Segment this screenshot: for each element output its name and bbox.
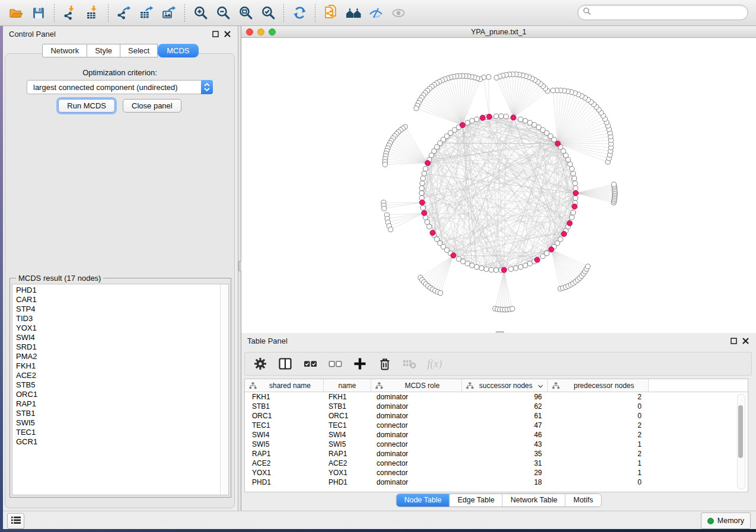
column-layout-icon[interactable] [277, 355, 294, 372]
save-session-icon[interactable] [27, 2, 50, 24]
zoom-out-icon[interactable] [212, 2, 234, 24]
ring-node[interactable] [566, 158, 570, 162]
ring-node[interactable] [420, 206, 425, 210]
ring-node[interactable] [419, 191, 424, 196]
tab-node-table[interactable]: Node Table [397, 494, 450, 507]
ring-node[interactable] [569, 166, 574, 171]
tab-motifs[interactable]: Motifs [566, 494, 601, 507]
ring-node[interactable] [569, 215, 574, 220]
mcds-hub-node[interactable] [511, 115, 516, 120]
leaf-node[interactable] [382, 206, 387, 211]
ring-node[interactable] [544, 251, 549, 256]
mcds-hub-node[interactable] [572, 204, 578, 209]
zoom-selected-icon[interactable] [257, 2, 279, 24]
leaf-node[interactable] [438, 290, 443, 295]
ring-node[interactable] [509, 267, 513, 271]
leaf-node[interactable] [414, 106, 419, 111]
ring-node[interactable] [571, 210, 576, 215]
mcds-result-node[interactable]: GCR1 [12, 437, 228, 447]
mcds-hub-node[interactable] [480, 115, 486, 120]
ring-node[interactable] [494, 114, 499, 118]
result-scrollbar[interactable] [220, 284, 228, 495]
mcds-result-node[interactable]: STB1 [12, 409, 228, 418]
mcds-result-node[interactable]: CAR1 [12, 295, 228, 305]
close-table-panel-icon[interactable] [742, 338, 749, 344]
mcds-result-node[interactable]: SWI4 [12, 333, 228, 342]
mcds-hub-node[interactable] [430, 230, 435, 236]
export-image-icon[interactable] [158, 2, 180, 24]
ring-node[interactable] [419, 186, 424, 191]
tab-select[interactable]: Select [120, 44, 158, 57]
mcds-result-node[interactable]: SWI5 [12, 418, 228, 428]
mcds-hub-node[interactable] [487, 114, 492, 120]
refresh-icon[interactable] [288, 2, 311, 24]
ring-node[interactable] [528, 261, 532, 266]
select-all-rows-icon[interactable] [302, 355, 318, 372]
network-window-titlebar[interactable]: YPA_prune.txt_1 [241, 26, 756, 38]
table-scrollbar[interactable] [737, 394, 745, 489]
ring-node[interactable] [567, 162, 572, 166]
mcds-hub-node[interactable] [555, 141, 560, 146]
mcds-hub-node[interactable] [460, 123, 465, 128]
table-row[interactable]: SWI4SWI4dominator462 [245, 430, 748, 440]
ring-node[interactable] [420, 176, 425, 181]
mcds-result-node[interactable]: ACE2 [12, 371, 228, 380]
import-table-icon[interactable] [81, 2, 104, 24]
column-header-MCDS-role[interactable]: MCDS role [371, 379, 462, 392]
open-file-icon[interactable] [5, 2, 27, 24]
mcds-result-node[interactable]: PHD1 [12, 286, 228, 295]
mcds-hub-node[interactable] [548, 247, 554, 252]
ring-node[interactable] [461, 259, 465, 264]
search-box[interactable] [578, 5, 748, 20]
ring-node[interactable] [422, 171, 426, 176]
mcds-result-node[interactable]: SRD1 [12, 342, 228, 352]
ring-node[interactable] [465, 120, 470, 125]
ring-node[interactable] [513, 266, 518, 271]
tab-style[interactable]: Style [87, 44, 120, 57]
ring-node[interactable] [470, 118, 474, 123]
ring-node[interactable] [571, 171, 576, 176]
tab-mcds[interactable]: MCDS [158, 44, 198, 57]
ring-node[interactable] [489, 267, 493, 272]
leaf-node[interactable] [510, 306, 515, 311]
import-network-icon[interactable] [59, 2, 81, 24]
ring-node[interactable] [532, 123, 537, 127]
hide-eye-icon[interactable] [365, 2, 387, 24]
delete-icon[interactable] [377, 355, 393, 372]
mcds-result-node[interactable]: RAP1 [12, 399, 228, 409]
ring-node[interactable] [427, 224, 432, 229]
ring-node[interactable] [494, 268, 499, 273]
leaf-node[interactable] [585, 264, 590, 269]
table-row[interactable]: YOX1YOX1connector291 [245, 468, 748, 477]
table-scrollbar-thumb[interactable] [738, 405, 743, 458]
ring-node[interactable] [523, 118, 528, 123]
column-header-successor-nodes[interactable]: successor nodes [462, 379, 548, 392]
close-panel-button[interactable]: Close panel [123, 99, 181, 113]
float-panel-icon[interactable] [212, 31, 219, 37]
mcds-hub-node[interactable] [420, 200, 425, 205]
ring-node[interactable] [528, 120, 532, 125]
ring-node[interactable] [518, 117, 523, 121]
mcds-result-node[interactable]: STP4 [12, 305, 228, 314]
leaf-node[interactable] [486, 75, 491, 79]
search-input[interactable] [594, 6, 748, 19]
ring-node[interactable] [429, 153, 434, 158]
criterion-select[interactable]: largest connected component (undirected) [27, 80, 213, 94]
mcds-hub-node[interactable] [451, 253, 456, 258]
share-document-icon[interactable] [320, 2, 342, 24]
ring-node[interactable] [474, 265, 479, 270]
deselect-all-rows-icon[interactable] [327, 355, 343, 372]
ring-node[interactable] [573, 181, 578, 185]
table-row[interactable]: ACE2ACE2connector311 [245, 459, 748, 468]
mcds-result-node[interactable]: STB5 [12, 380, 228, 390]
mcds-result-node[interactable]: TEC1 [12, 428, 228, 437]
ring-node[interactable] [420, 181, 425, 185]
ring-node[interactable] [474, 117, 479, 121]
mcds-hub-node[interactable] [502, 267, 507, 273]
mcds-hub-node[interactable] [562, 231, 567, 236]
table-row[interactable]: FKH1FKH1dominator962 [245, 392, 748, 402]
leaf-node[interactable] [494, 75, 499, 80]
ring-node[interactable] [470, 263, 474, 268]
panel-menu-button[interactable] [7, 513, 24, 529]
table-row[interactable]: PHD1PHD1dominator180 [245, 477, 748, 487]
